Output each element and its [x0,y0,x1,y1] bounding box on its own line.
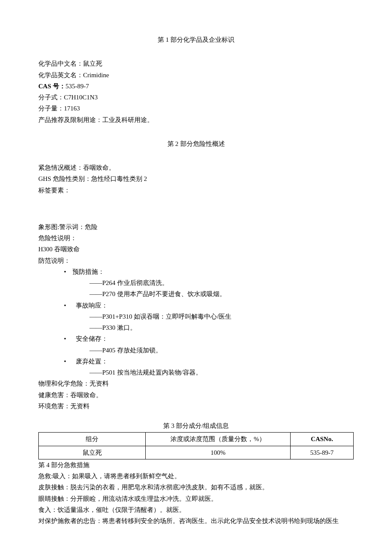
name-cn: 化学品中文名：鼠立死 [38,58,354,69]
pictogram-line: 象形图:警示词：危险 [38,221,354,232]
first-aid-inhalation: 急救:吸入：如果吸入，请将患者移到新鲜空气处。 [38,471,354,482]
td-component: 鼠立死 [39,446,146,459]
disposal-title: • 废弃处置： [38,356,354,367]
mw-label: 分子量： [38,105,64,112]
env-label: 环境危害： [38,403,70,410]
section4-title: 第 4 部分急救措施 [38,459,354,471]
hazard-stmt-label: 危险性说明： [38,232,354,244]
name-cn-label: 化学品中文名： [38,60,83,67]
bullet-icon: • [64,266,66,277]
prevention-title: •预防措施： [38,266,354,277]
cas-value: 535-89-7 [66,83,89,90]
prevention-title-text: 预防措施： [72,268,104,275]
phys-chem-label: 物理和化学危险： [38,380,89,387]
td-casno: 535-89-7 [291,446,354,459]
section3-title: 第 3 部分成分/组成信息 [38,420,354,431]
cas-label: CAS 号： [38,83,66,90]
storage-title-text: 安全储存： [76,335,108,342]
th-component: 组分 [39,433,146,446]
mw: 分子量：17163 [38,103,354,114]
p501: ——P501 按当地法规处置内装物/容器。 [38,367,354,378]
bullet-icon: • [64,356,66,367]
section1-title: 第 1 部分化学品及企业标识 [38,34,354,45]
section2-title: 第 2 部分危险性概述 [38,138,354,149]
table-row: 鼠立死 100% 535-89-7 [39,446,354,459]
label-elements: 标签要素： [38,185,354,196]
cas: CAS 号：535-89-7 [38,81,354,92]
health: 健康危害：吞咽致命。 [38,389,354,401]
ghs-label: GHS 危险性类别： [38,175,91,182]
storage-title: • 安全储存： [38,333,354,344]
phys-chem: 物理和化学危险：无资料 [38,378,354,389]
use: 产品推荐及限制用途：工业及科研用途。 [38,114,354,125]
p264: ——P264 作业后彻底清洗。 [38,277,354,288]
th-concentration: 浓度或浓度范围（质量分数，%） [146,433,291,446]
composition-table: 组分 浓度或浓度范围（质量分数，%） CASNo. 鼠立死 100% 535-8… [38,432,354,459]
use-label: 产品推荐及限制用途： [38,116,102,123]
pictogram-space [38,196,354,221]
env: 环境危害：无资料 [38,401,354,412]
response-title-text: 事故响应： [76,302,108,309]
ghs-value: 急性经口毒性类别 2 [91,175,147,182]
p270: ——P270 使用本产品时不要进食、饮水或吸烟。 [38,288,354,299]
response-title: • 事故响应： [38,300,354,311]
th-casno: CASNo. [291,433,354,446]
name-en: 化学品英文名：Crimidine [38,70,354,81]
first-aid-note: 对保护施救者的忠告：将患者转移到安全的场所。咨询医生。出示此化学品安全技术说明书… [38,515,354,526]
name-en-label: 化学品英文名： [38,72,83,78]
mw-value: 17163 [64,105,80,112]
first-aid-eye: 眼睛接触：分开眼睑，用流动清水或生理盐水冲洗。立即就医。 [38,493,354,504]
formula: 分子式：C7H10C1N3 [38,92,354,103]
emergency-label: 紧急情况概述： [38,164,83,171]
health-value: 吞咽致命。 [70,392,102,398]
name-cn-value: 鼠立死 [83,60,102,67]
ghs: GHS 危险性类别：急性经口毒性类别 2 [38,173,354,184]
phys-chem-value: 无资料 [89,380,109,387]
bullet-icon: • [64,333,66,344]
p405: ——P405 存放处须加锁。 [38,345,354,356]
formula-label: 分子式： [38,94,64,101]
hazard-h300: H300 吞咽致命 [38,244,354,255]
health-label: 健康危害： [38,392,70,398]
name-en-value: Crimidine [83,72,109,78]
formula-value: C7H10C1N3 [64,94,98,101]
p301: ——P301+P310 如误吞咽：立即呼叫解毒中心/医生 [38,311,354,322]
p330: ——P330 漱口。 [38,322,354,333]
emergency-value: 吞咽致命。 [83,164,115,171]
td-concentration: 100% [146,446,291,459]
bullet-icon: • [64,300,66,311]
emergency: 紧急情况概述：吞咽致命。 [38,162,354,173]
first-aid-skin: 皮肤接触：脱去污染的衣着，用肥皂水和清水彻底冲洗皮肤。如有不适感，就医。 [38,482,354,493]
table-header-row: 组分 浓度或浓度范围（质量分数，%） CASNo. [39,433,354,446]
disposal-title-text: 废弃处置： [76,358,108,365]
env-value: 无资料 [70,403,89,410]
use-value: 工业及科研用途。 [102,116,153,123]
first-aid-ingestion: 食入：饮适量温水，催吐（仅限于清醒者）。就医。 [38,504,354,515]
precaution-label: 防范说明： [38,255,354,266]
